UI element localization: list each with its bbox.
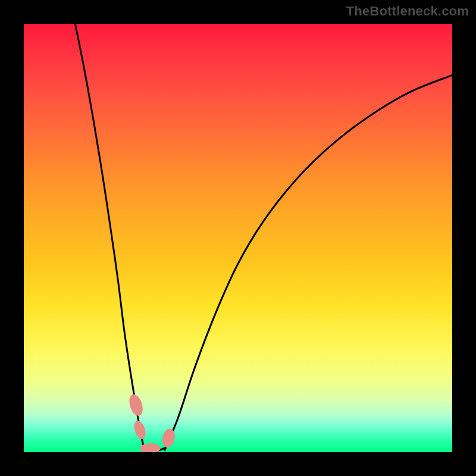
marker-1 [132,419,148,440]
chart-frame: TheBottleneck.com [0,0,476,476]
curve-layer [24,24,452,452]
plot-area [24,24,452,452]
marker-0 [127,393,145,418]
bottleneck-curve [75,24,452,452]
watermark-text: TheBottleneck.com [346,4,469,19]
marker-3 [161,428,176,449]
